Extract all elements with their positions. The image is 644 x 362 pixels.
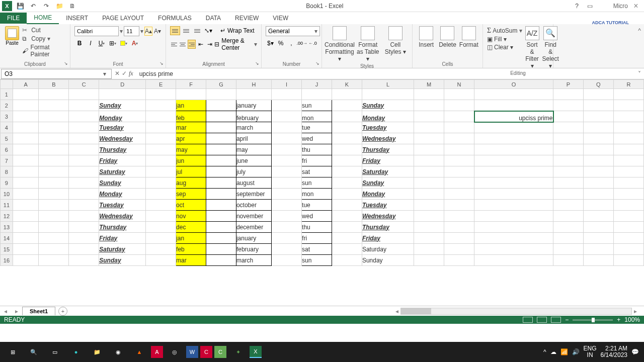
cell-R8[interactable] xyxy=(613,166,643,177)
cell-H15[interactable]: february xyxy=(236,244,271,255)
cell-B3[interactable] xyxy=(39,111,69,122)
cell-G7[interactable] xyxy=(206,155,236,166)
cell-N4[interactable] xyxy=(444,122,474,133)
cell-K14[interactable] xyxy=(332,233,362,244)
cell-D13[interactable]: Thursday xyxy=(99,222,146,233)
col-header-D[interactable]: D xyxy=(99,80,146,89)
cell-Q15[interactable] xyxy=(583,244,613,255)
cell-F4[interactable]: mar xyxy=(176,122,206,133)
cell-F2[interactable]: jan xyxy=(176,100,206,111)
qat-undo-button[interactable]: ↶ xyxy=(28,1,38,11)
conditional-formatting-button[interactable]: Conditional Formatting ▾ xyxy=(326,26,353,62)
cell-N8[interactable] xyxy=(444,166,474,177)
increase-indent-button[interactable]: ⇥ xyxy=(206,40,214,49)
cell-I11[interactable] xyxy=(272,200,302,211)
cell-J3[interactable]: mon xyxy=(302,111,332,122)
cell-L10[interactable]: Monday xyxy=(362,189,414,200)
cell-N16[interactable] xyxy=(444,255,474,266)
cell-R14[interactable] xyxy=(613,233,643,244)
cell-K5[interactable] xyxy=(332,133,362,144)
cell-C4[interactable] xyxy=(69,122,99,133)
orientation-button[interactable]: ⤡▾ xyxy=(203,26,213,35)
cell-M5[interactable] xyxy=(414,133,444,144)
row-header-1[interactable]: 1 xyxy=(1,89,13,100)
cell-L15[interactable]: Saturday xyxy=(362,244,414,255)
cell-A1[interactable] xyxy=(13,89,39,100)
cell-N6[interactable] xyxy=(444,144,474,155)
cell-A3[interactable] xyxy=(13,111,39,122)
zoom-out-button[interactable]: − xyxy=(565,316,569,323)
normal-view-button[interactable] xyxy=(523,317,533,323)
cell-O8[interactable] xyxy=(474,166,553,177)
decrease-indent-button[interactable]: ⇤ xyxy=(197,40,205,49)
cell-O16[interactable] xyxy=(474,255,553,266)
underline-button[interactable]: U▾ xyxy=(97,38,107,48)
cell-I9[interactable] xyxy=(272,177,302,189)
horizontal-scrollbar[interactable]: ◂ ▸ xyxy=(67,308,644,315)
cell-M15[interactable] xyxy=(414,244,444,255)
cell-M16[interactable] xyxy=(414,255,444,266)
cell-D6[interactable]: Thursday xyxy=(99,144,146,155)
cell-J2[interactable]: sun xyxy=(302,100,332,111)
vlc-app-icon[interactable]: ▲ xyxy=(130,344,149,360)
cell-E8[interactable] xyxy=(146,166,176,177)
cell-L7[interactable]: Friday xyxy=(362,155,414,166)
volume-icon[interactable]: 🔊 xyxy=(572,348,580,355)
cell-B9[interactable] xyxy=(39,177,69,189)
cell-H10[interactable]: september xyxy=(236,189,271,200)
cell-N13[interactable] xyxy=(444,222,474,233)
italic-button[interactable]: I xyxy=(86,38,96,48)
cell-H1[interactable] xyxy=(236,89,271,100)
help-icon[interactable]: ? xyxy=(572,1,582,11)
tab-data[interactable]: DATA xyxy=(199,13,228,24)
cell-J15[interactable]: sat xyxy=(302,244,332,255)
cell-I8[interactable] xyxy=(272,166,302,177)
cell-K9[interactable] xyxy=(332,177,362,189)
cell-A15[interactable] xyxy=(13,244,39,255)
cell-A7[interactable] xyxy=(13,155,39,166)
cell-G6[interactable] xyxy=(206,144,236,155)
cell-D8[interactable]: Saturday xyxy=(99,166,146,177)
cell-D15[interactable]: Saturday xyxy=(99,244,146,255)
cell-G3[interactable] xyxy=(206,111,236,122)
cell-P2[interactable] xyxy=(553,100,584,111)
cell-B15[interactable] xyxy=(39,244,69,255)
number-launcher-icon[interactable]: ↘ xyxy=(315,61,319,66)
cell-Q1[interactable] xyxy=(583,89,613,100)
cell-C3[interactable] xyxy=(69,111,99,122)
pagelayout-view-button[interactable] xyxy=(537,317,547,323)
wrap-text-button[interactable]: ↵Wrap Text xyxy=(220,27,255,34)
cell-K16[interactable] xyxy=(332,255,362,266)
app-icon-2[interactable]: C xyxy=(200,346,212,358)
cell-H13[interactable]: december xyxy=(236,222,271,233)
align-middle-button[interactable] xyxy=(181,26,191,35)
cell-K15[interactable] xyxy=(332,244,362,255)
cell-E12[interactable] xyxy=(146,211,176,222)
cell-B12[interactable] xyxy=(39,211,69,222)
cell-P13[interactable] xyxy=(553,222,584,233)
cell-Q5[interactable] xyxy=(583,133,613,144)
cell-O6[interactable] xyxy=(474,144,553,155)
zoom-level[interactable]: 100% xyxy=(624,316,640,323)
cell-G15[interactable] xyxy=(206,244,236,255)
cell-I12[interactable] xyxy=(272,211,302,222)
cell-C9[interactable] xyxy=(69,177,99,189)
tab-formulas[interactable]: FORMULAS xyxy=(151,13,199,24)
cell-H11[interactable]: october xyxy=(236,200,271,211)
cell-A16[interactable] xyxy=(13,255,39,266)
col-header-P[interactable]: P xyxy=(553,80,584,89)
cell-G13[interactable] xyxy=(206,222,236,233)
cell-E11[interactable] xyxy=(146,200,176,211)
cell-A12[interactable] xyxy=(13,211,39,222)
col-header-H[interactable]: H xyxy=(236,80,271,89)
cell-D9[interactable]: Sunday xyxy=(99,177,146,189)
cell-O9[interactable] xyxy=(474,177,553,189)
cell-E15[interactable] xyxy=(146,244,176,255)
cell-L9[interactable]: Sunday xyxy=(362,177,414,189)
cell-P5[interactable] xyxy=(553,133,584,144)
cell-A5[interactable] xyxy=(13,133,39,144)
cell-L11[interactable]: Tuesday xyxy=(362,200,414,211)
cell-B2[interactable] xyxy=(39,100,69,111)
decrease-font-button[interactable]: A▾ xyxy=(153,27,162,36)
chrome-app-icon[interactable]: ◉ xyxy=(109,344,128,360)
